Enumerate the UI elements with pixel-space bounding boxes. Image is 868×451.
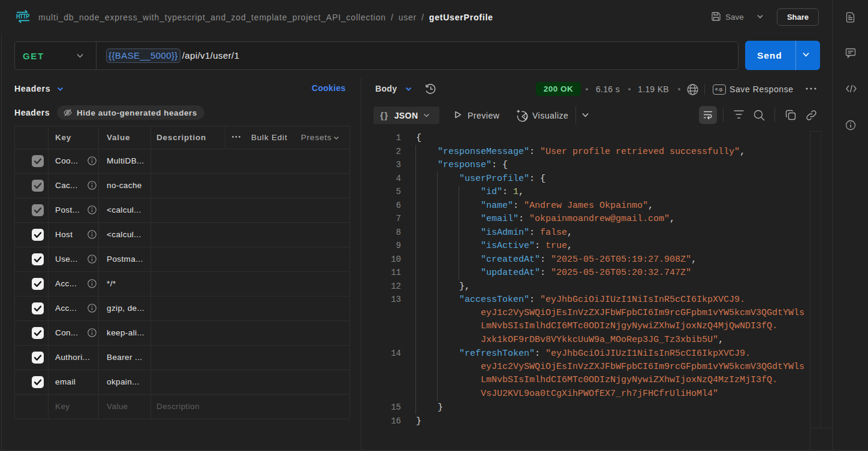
svg-text:HTTP: HTTP (16, 13, 29, 20)
